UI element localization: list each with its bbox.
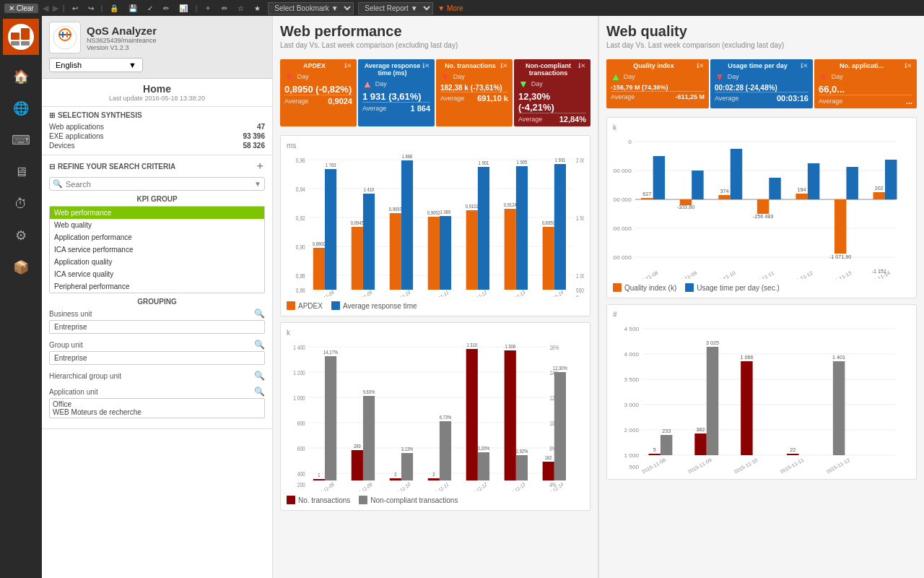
svg-text:2015-11-09: 2015-11-09 — [672, 270, 698, 279]
kpi-item-web-quality[interactable]: Web quality — [50, 219, 264, 231]
check-button[interactable]: ✓ — [144, 4, 156, 13]
kpi-item-peripheral-performance[interactable]: Peripheral performance — [50, 280, 264, 293]
kpi-item-web-performance[interactable]: Web performance — [50, 207, 264, 219]
svg-rect-29 — [390, 213, 401, 290]
bookmark-outline-button[interactable]: ☆ — [235, 4, 247, 13]
no-transactions-trend-icon: ▼ — [440, 71, 450, 82]
svg-text:-600 000: -600 000 — [613, 225, 632, 232]
apdex-close-icon[interactable]: ✕ — [346, 62, 352, 69]
svg-rect-143 — [769, 178, 780, 199]
select-report-dropdown[interactable]: Select Report ▼ — [358, 2, 433, 14]
web-quality-subtitle: Last day Vs. Last week comparison (exclu… — [606, 41, 917, 49]
kpi-item-ica-service-performance[interactable]: ICA service performance — [50, 243, 264, 256]
svg-text:233: 233 — [662, 428, 671, 434]
svg-rect-104 — [516, 455, 528, 480]
svg-text:2,92%: 2,92% — [516, 448, 528, 454]
business-unit-input[interactable] — [49, 320, 265, 334]
svg-rect-84 — [390, 478, 401, 480]
business-unit-search-icon[interactable]: 🔍 — [254, 309, 265, 319]
edit-button[interactable]: ✏ — [160, 4, 172, 13]
svg-text:1 901: 1 901 — [479, 160, 489, 165]
language-selector[interactable]: English ▼ — [49, 58, 143, 72]
bookmark-filled-button[interactable]: ★ — [251, 4, 263, 13]
svg-rect-172 — [741, 361, 752, 455]
non-compliant-close-icon[interactable]: ✕ — [580, 62, 586, 69]
svg-text:-1 000 000: -1 000 000 — [613, 254, 632, 261]
search-input[interactable] — [66, 180, 254, 189]
svg-text:3 025: 3 025 — [706, 340, 719, 346]
clear-button[interactable]: ✕ Clear — [4, 4, 38, 13]
no-transactions-close-icon[interactable]: ✕ — [502, 62, 508, 69]
svg-rect-88 — [466, 349, 478, 480]
nav-home-icon[interactable]: 🏠 — [3, 61, 39, 92]
svg-text:374: 374 — [720, 189, 728, 194]
nav-package-icon[interactable]: 📦 — [3, 251, 39, 283]
svg-rect-102 — [478, 452, 489, 480]
svg-text:800: 800 — [297, 420, 306, 427]
chart-button[interactable]: 📊 — [176, 4, 191, 13]
kpi-item-app-performance[interactable]: Application performance — [50, 231, 264, 243]
svg-rect-6 — [59, 34, 71, 35]
kpi-item-ica-service-quality[interactable]: ICA service quality — [50, 268, 264, 280]
refine-header[interactable]: ⊟ REFINE YOUR SEARCH CRITERIA ＋ — [49, 160, 265, 173]
nav-terminal-icon[interactable]: ⌨ — [3, 124, 39, 156]
quality-legend-usage: Usage time per day (sec.) — [685, 283, 780, 292]
svg-rect-8 — [66, 32, 68, 38]
usage-time-close-icon[interactable]: ✕ — [803, 62, 808, 69]
nav-clock-icon[interactable]: ⏱ — [3, 188, 39, 220]
nav-monitor-icon[interactable]: 🖥 — [3, 156, 39, 188]
svg-rect-35 — [505, 209, 516, 290]
svg-text:2015-11-10: 2015-11-10 — [711, 270, 737, 279]
nav-settings-icon[interactable]: ⚙ — [3, 220, 39, 251]
undo-button[interactable]: ↩ — [69, 4, 81, 13]
svg-text:2015-11-10: 2015-11-10 — [390, 481, 411, 491]
application-unit-search-icon[interactable]: 🔍 — [254, 387, 265, 397]
svg-rect-45 — [440, 216, 451, 290]
redo-button[interactable]: ↪ — [85, 4, 97, 13]
svg-text:1 200: 1 200 — [293, 369, 305, 376]
add-button[interactable]: ＋ — [201, 2, 214, 14]
web-performance-col: Web performance Last day Vs. Last week c… — [273, 16, 598, 578]
more-button[interactable]: ▼ More — [437, 4, 463, 12]
pencil-button[interactable]: ✏ — [219, 4, 230, 13]
group-unit-search-icon[interactable]: 🔍 — [254, 340, 265, 350]
hierarchical-group-search-icon[interactable]: 🔍 — [254, 371, 265, 381]
svg-text:6,73%: 6,73% — [440, 414, 452, 420]
svg-text:2015-11-14: 2015-11-14 — [543, 289, 564, 297]
svg-text:2: 2 — [432, 471, 435, 477]
svg-text:2015-11-09: 2015-11-09 — [687, 457, 713, 473]
quality-index-close-icon[interactable]: ✕ — [699, 62, 705, 69]
select-bookmark-dropdown[interactable]: Select Bookmark ▼ — [268, 2, 354, 14]
usage-time-trend-icon: ▼ — [715, 71, 725, 82]
svg-rect-86 — [428, 478, 440, 480]
svg-text:1 410: 1 410 — [364, 186, 375, 192]
svg-text:1 308: 1 308 — [505, 343, 515, 349]
svg-text:0,9097: 0,9097 — [389, 206, 402, 212]
svg-rect-47 — [478, 167, 489, 290]
refine-section: ⊟ REFINE YOUR SEARCH CRITERIA ＋ 🔍 ▼ KPI … — [42, 155, 272, 429]
group-unit-input[interactable] — [49, 351, 265, 365]
svg-text:1 000: 1 000 — [624, 452, 639, 459]
svg-rect-145 — [846, 167, 858, 199]
svg-text:2015-11-10: 2015-11-10 — [733, 457, 759, 473]
avg-response-close-icon[interactable]: ✕ — [424, 62, 430, 69]
svg-text:2015-11-13: 2015-11-13 — [827, 270, 853, 279]
add-criteria-button[interactable]: ＋ — [255, 160, 265, 173]
svg-text:-200 000: -200 000 — [613, 168, 632, 174]
svg-rect-100 — [440, 421, 451, 480]
lock-button[interactable]: 🔒 — [107, 4, 121, 13]
app-errors-close-icon[interactable]: ✕ — [907, 62, 912, 69]
kpi-item-app-quality[interactable]: Application quality — [50, 256, 264, 268]
save-button[interactable]: 💾 — [126, 4, 140, 13]
svg-text:1 310: 1 310 — [466, 342, 477, 348]
chart1-legend-apdex: APDEX — [287, 301, 323, 310]
home-title: Home — [49, 83, 265, 95]
svg-text:0: 0 — [576, 294, 579, 297]
search-dropdown-arrow[interactable]: ▼ — [254, 180, 261, 188]
search-box[interactable]: 🔍 ▼ — [49, 177, 265, 191]
svg-rect-1 — [21, 28, 30, 40]
web-performance-kpi-cards: APDEX ℹ ✕ ▼ Day 0,8950 (-0,82%) Average … — [280, 59, 590, 126]
svg-rect-41 — [363, 194, 375, 290]
svg-text:16%: 16% — [549, 344, 559, 351]
nav-globe-icon[interactable]: 🌐 — [3, 92, 39, 124]
